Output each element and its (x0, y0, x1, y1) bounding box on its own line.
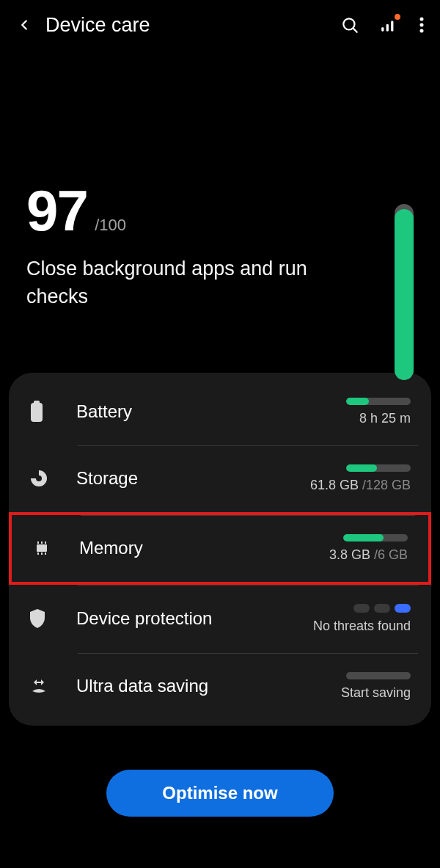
optimise-button-label: Optimise now (162, 783, 277, 803)
protection-sub: No threats found (313, 619, 411, 634)
battery-icon (29, 401, 76, 423)
svg-rect-12 (37, 544, 47, 552)
memory-label: Memory (79, 538, 329, 558)
storage-row[interactable]: Storage 61.8 GB /128 GB (9, 445, 431, 512)
notification-dot-icon (395, 14, 400, 20)
shield-icon (29, 608, 76, 629)
more-menu-icon[interactable] (419, 16, 424, 34)
svg-rect-3 (386, 24, 389, 32)
page-title: Device care (45, 14, 340, 37)
protection-dots (353, 604, 411, 613)
svg-point-6 (420, 18, 424, 21)
score-pill-fill (395, 209, 414, 380)
memory-row[interactable]: Memory 3.8 GB /6 GB (9, 512, 431, 585)
back-button[interactable] (16, 17, 32, 33)
svg-rect-2 (381, 27, 384, 31)
svg-point-7 (420, 23, 424, 27)
status-card: Battery 8 h 25 m Storage 61.8 GB /128 GB… (9, 373, 431, 726)
score-max: /100 (95, 216, 126, 234)
data-saving-row[interactable]: Ultra data saving Start saving (9, 653, 431, 720)
svg-rect-18 (45, 552, 46, 555)
svg-point-8 (420, 29, 424, 33)
svg-rect-17 (41, 552, 43, 555)
score-subtitle: Close background apps and run checks (26, 255, 336, 311)
memory-sub: 3.8 GB /6 GB (329, 547, 408, 563)
memory-progress (343, 534, 408, 541)
svg-rect-13 (37, 541, 39, 544)
svg-rect-4 (391, 21, 393, 32)
svg-point-11 (36, 475, 42, 481)
svg-rect-10 (31, 403, 43, 422)
data-saving-progress (346, 672, 411, 679)
svg-rect-16 (37, 552, 39, 555)
battery-progress (346, 398, 411, 405)
data-saving-label: Ultra data saving (76, 676, 341, 696)
battery-row[interactable]: Battery 8 h 25 m (9, 379, 431, 445)
search-icon[interactable] (340, 15, 359, 34)
storage-sub: 61.8 GB /128 GB (310, 478, 411, 493)
data-saving-sub: Start saving (341, 685, 411, 701)
svg-line-1 (353, 29, 357, 32)
score-value: 97 (26, 182, 87, 239)
battery-label: Battery (76, 401, 346, 422)
data-saving-icon (29, 676, 76, 696)
optimise-button[interactable]: Optimise now (106, 770, 334, 817)
storage-icon (29, 469, 76, 488)
protection-label: Device protection (76, 608, 313, 629)
svg-rect-14 (41, 541, 43, 544)
score-section: 97 /100 Close background apps and run ch… (0, 50, 440, 355)
storage-label: Storage (76, 468, 310, 489)
svg-rect-15 (45, 541, 46, 544)
score-pill (395, 204, 414, 380)
data-usage-icon[interactable] (380, 15, 399, 34)
storage-progress (346, 464, 411, 472)
battery-sub: 8 h 25 m (359, 411, 411, 426)
protection-row[interactable]: Device protection No threats found (9, 585, 431, 653)
memory-icon (32, 539, 79, 558)
